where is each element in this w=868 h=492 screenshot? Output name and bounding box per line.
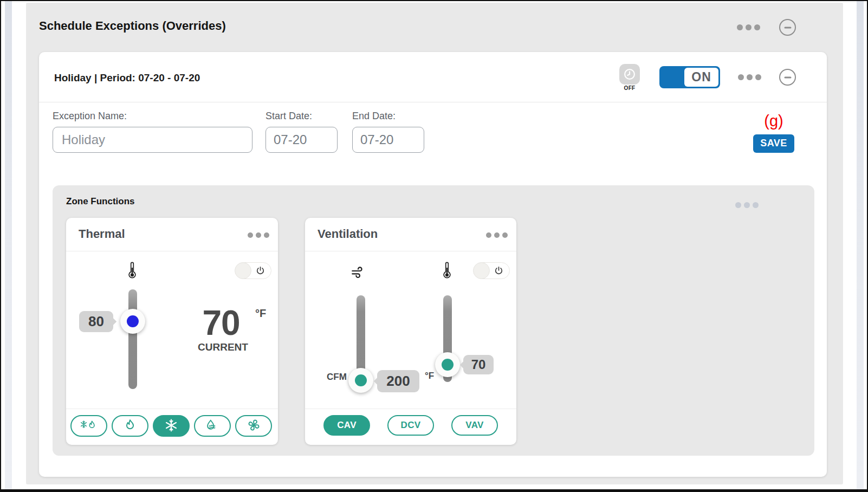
exception-enable-toggle[interactable]: ON	[659, 66, 720, 88]
cool-mode-icon	[164, 418, 178, 434]
power-icon	[255, 266, 265, 276]
start-date-input[interactable]	[265, 127, 338, 153]
collapse-minus-icon[interactable]	[779, 19, 796, 36]
cool-mode-button[interactable]	[153, 415, 190, 437]
schedule-off-label: OFF	[624, 85, 636, 91]
wind-icon	[351, 266, 368, 282]
vent-temperature-value-badge: 70	[463, 355, 494, 374]
thermal-power-toggle[interactable]	[235, 262, 271, 279]
schedule-clock-button[interactable]: OFF	[618, 64, 642, 91]
thermal-title: Thermal	[79, 227, 125, 241]
cav-mode-button[interactable]: CAV	[323, 415, 370, 436]
auto-mode-icon	[80, 418, 98, 434]
ventilation-title: Ventilation	[318, 227, 378, 241]
dcv-mode-button[interactable]: DCV	[387, 415, 434, 436]
annotation-g: (g)	[764, 113, 783, 130]
end-date-input[interactable]	[352, 127, 424, 153]
dehumidify-mode-button[interactable]	[194, 415, 231, 437]
airflow-value-badge: 200	[377, 370, 419, 392]
zone-functions-panel: Zone Functions Thermal 80	[53, 185, 814, 456]
thermal-slider-handle[interactable]	[120, 309, 145, 334]
end-date-label: End Date:	[352, 111, 424, 122]
toggle-knob	[235, 262, 251, 279]
exception-card-header: Holiday | Period: 07-20 - 07-20 OFF ON	[39, 52, 827, 102]
fan-mode-button[interactable]	[235, 415, 272, 437]
exception-title: Holiday | Period: 07-20 - 07-20	[54, 72, 200, 84]
toggle-on-label: ON	[684, 68, 718, 87]
thermal-current-block: 70 °F CURRENT	[198, 306, 244, 353]
ventilation-power-toggle[interactable]	[474, 262, 510, 279]
schedule-exceptions-panel: Schedule Exceptions (Overrides) Holiday …	[26, 3, 843, 484]
collapse-minus-icon[interactable]	[779, 69, 796, 86]
vent-temperature-slider-handle[interactable]	[435, 352, 460, 377]
ellipsis-icon[interactable]	[486, 232, 508, 238]
vav-mode-button[interactable]: VAV	[451, 415, 498, 436]
airflow-slider-handle[interactable]	[348, 368, 373, 393]
exception-name-input[interactable]	[53, 127, 252, 153]
power-icon	[494, 266, 504, 276]
thermal-card: Thermal 80 70 °F C	[66, 218, 278, 445]
current-label: CURRENT	[198, 341, 244, 353]
heat-mode-button[interactable]	[112, 415, 148, 437]
thermometer-icon	[127, 261, 138, 282]
save-button[interactable]: SAVE	[753, 134, 794, 153]
clock-icon	[619, 64, 640, 85]
left-edge-strip	[5, 1, 12, 489]
thermal-setpoint-slider[interactable]	[128, 289, 137, 389]
ventilation-card: Ventilation CFM 200	[305, 218, 516, 445]
exception-card: Holiday | Period: 07-20 - 07-20 OFF ON E…	[39, 52, 827, 477]
temperature-unit-label: °F	[425, 371, 434, 381]
fan-mode-icon	[247, 418, 261, 434]
start-date-label: Start Date:	[265, 111, 338, 122]
toggle-knob	[473, 262, 490, 279]
zone-functions-title: Zone Functions	[66, 196, 135, 207]
page-title: Schedule Exceptions (Overrides)	[39, 19, 226, 33]
ellipsis-icon[interactable]	[737, 24, 760, 30]
exception-name-label: Exception Name:	[53, 111, 252, 122]
right-edge-strip	[857, 1, 864, 489]
current-temperature-value: 70	[198, 306, 244, 340]
dehumidify-mode-icon	[204, 418, 221, 434]
thermal-setpoint-badge: 80	[79, 311, 113, 332]
current-temperature-unit: °F	[255, 307, 266, 320]
thermometer-icon	[442, 261, 452, 282]
airflow-unit-label: CFM	[327, 372, 347, 383]
ellipsis-icon[interactable]	[738, 74, 761, 80]
auto-mode-button[interactable]	[70, 415, 107, 437]
ellipsis-icon[interactable]	[248, 232, 269, 238]
heat-mode-icon	[123, 418, 137, 434]
ellipsis-icon[interactable]	[735, 202, 759, 208]
